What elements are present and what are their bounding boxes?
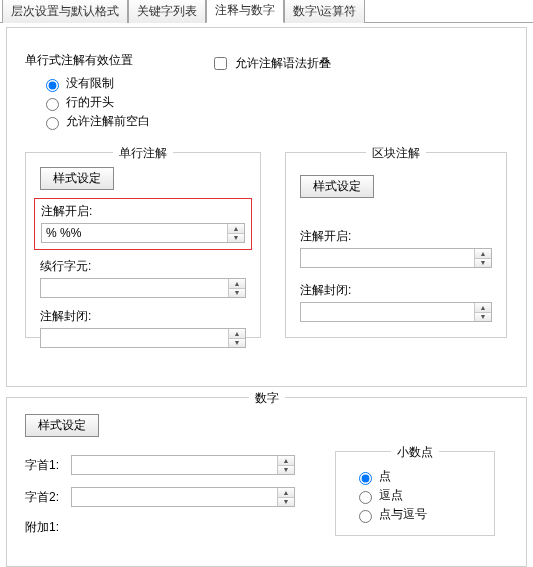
radio-both-label: 点与逗号 [379, 507, 427, 521]
prefix1-label: 字首1: [25, 457, 71, 474]
chevron-down-icon[interactable]: ▼ [475, 259, 491, 268]
block-close-input-wrap: ▲ ▼ [300, 302, 492, 322]
radio-dot[interactable]: 点 [354, 468, 476, 485]
radio-line-start-label: 行的开头 [66, 95, 114, 109]
numbers-style-button[interactable]: 样式设定 [25, 414, 99, 437]
single-close-spin[interactable]: ▲ ▼ [228, 329, 245, 347]
chevron-down-icon[interactable]: ▼ [278, 498, 294, 507]
single-line-position-group: 单行式注解有效位置 没有限制 行的开头 允许注解前空白 [25, 52, 150, 132]
single-close-input[interactable] [41, 329, 228, 347]
chevron-down-icon[interactable]: ▼ [229, 289, 245, 298]
single-comment-group: 单行注解 样式设定 注解开启: ▲ ▼ 续行字元: [25, 152, 261, 338]
chevron-up-icon[interactable]: ▲ [475, 303, 491, 313]
radio-line-start[interactable]: 行的开头 [41, 94, 150, 111]
radio-none-input[interactable] [46, 79, 59, 92]
comments-panel: 单行式注解有效位置 没有限制 行的开头 允许注解前空白 [6, 27, 527, 387]
single-cont-spin[interactable]: ▲ ▼ [228, 279, 245, 297]
chevron-down-icon[interactable]: ▼ [475, 313, 491, 322]
prefix1-input[interactable] [72, 456, 277, 474]
single-open-input-wrap: ▲ ▼ [41, 223, 245, 243]
single-cont-input-wrap: ▲ ▼ [40, 278, 246, 298]
radio-line-start-input[interactable] [46, 98, 59, 111]
radio-allow-ws-label: 允许注解前空白 [66, 114, 150, 128]
prefix2-input-wrap: ▲ ▼ [71, 487, 295, 507]
chevron-up-icon[interactable]: ▲ [228, 224, 244, 234]
single-cont-label: 续行字元: [40, 258, 246, 275]
block-open-input-wrap: ▲ ▼ [300, 248, 492, 268]
chevron-up-icon[interactable]: ▲ [229, 329, 245, 339]
block-open-spin[interactable]: ▲ ▼ [474, 249, 491, 267]
tab-keywords[interactable]: 关键字列表 [128, 0, 206, 23]
allow-fold[interactable]: 允许注解语法折叠 [210, 56, 330, 70]
radio-allow-ws-input[interactable] [46, 117, 59, 130]
block-comment-group: 区块注解 样式设定 注解开启: ▲ ▼ 注解封闭: [285, 152, 507, 338]
settings-window: 层次设置与默认格式 关键字列表 注释与数字 数字\运算符 单行式注解有效位置 没… [0, 0, 533, 567]
numbers-right-col: 小数点 点 逗点 点与逗号 [335, 447, 495, 536]
prefix2-label: 字首2: [25, 489, 71, 506]
single-comment-style-button[interactable]: 样式设定 [40, 167, 114, 190]
radio-dot-input[interactable] [359, 472, 372, 485]
allow-fold-label: 允许注解语法折叠 [235, 56, 331, 70]
prefix1-spin[interactable]: ▲ ▼ [277, 456, 294, 474]
block-close-input[interactable] [301, 303, 474, 321]
allow-fold-row: 允许注解语法折叠 [210, 54, 330, 132]
tab-page: 单行式注解有效位置 没有限制 行的开头 允许注解前空白 [0, 23, 533, 567]
decimal-legend: 小数点 [391, 444, 439, 461]
single-close-input-wrap: ▲ ▼ [40, 328, 246, 348]
prefix2-input[interactable] [72, 488, 277, 506]
chevron-up-icon[interactable]: ▲ [475, 249, 491, 259]
tab-operators[interactable]: 数字\运算符 [284, 0, 365, 23]
radio-comma-label: 逗点 [379, 488, 403, 502]
chevron-up-icon[interactable]: ▲ [278, 488, 294, 498]
chevron-down-icon[interactable]: ▼ [228, 234, 244, 243]
single-close-label: 注解封闭: [40, 308, 246, 325]
prefix2-spin[interactable]: ▲ ▼ [277, 488, 294, 506]
single-open-input[interactable] [42, 224, 227, 242]
chevron-up-icon[interactable]: ▲ [278, 456, 294, 466]
radio-both[interactable]: 点与逗号 [354, 506, 476, 523]
block-open-label: 注解开启: [300, 228, 492, 245]
single-cont-input[interactable] [41, 279, 228, 297]
radio-comma-input[interactable] [359, 491, 372, 504]
chevron-down-icon[interactable]: ▼ [278, 466, 294, 475]
radio-allow-ws[interactable]: 允许注解前空白 [41, 113, 150, 130]
numbers-left-col: 字首1: ▲ ▼ 字首2: [25, 447, 295, 536]
block-comment-legend: 区块注解 [366, 145, 426, 162]
allow-fold-checkbox[interactable] [214, 57, 227, 70]
chevron-down-icon[interactable]: ▼ [229, 339, 245, 348]
single-open-label: 注解开启: [41, 203, 245, 220]
block-open-input[interactable] [301, 249, 474, 267]
chevron-up-icon[interactable]: ▲ [229, 279, 245, 289]
extra1-label: 附加1: [25, 519, 71, 536]
radio-none[interactable]: 没有限制 [41, 75, 150, 92]
numbers-panel: 数字 样式设定 字首1: ▲ ▼ [6, 397, 527, 567]
tab-comments-numbers[interactable]: 注释与数字 [206, 0, 284, 23]
highlight-open-comment: 注解开启: ▲ ▼ [34, 198, 252, 250]
single-comment-legend: 单行注解 [113, 145, 173, 162]
decimal-group: 小数点 点 逗点 点与逗号 [335, 451, 495, 536]
radio-dot-label: 点 [379, 469, 391, 483]
numbers-legend: 数字 [249, 390, 285, 407]
prefix1-input-wrap: ▲ ▼ [71, 455, 295, 475]
block-close-spin[interactable]: ▲ ▼ [474, 303, 491, 321]
radio-comma[interactable]: 逗点 [354, 487, 476, 504]
tab-strip: 层次设置与默认格式 关键字列表 注释与数字 数字\运算符 [0, 0, 533, 23]
single-line-position-title: 单行式注解有效位置 [25, 52, 150, 69]
tab-hierarchy[interactable]: 层次设置与默认格式 [2, 0, 128, 23]
radio-none-label: 没有限制 [66, 76, 114, 90]
block-close-label: 注解封闭: [300, 282, 492, 299]
single-open-spin[interactable]: ▲ ▼ [227, 224, 244, 242]
block-comment-style-button[interactable]: 样式设定 [300, 175, 374, 198]
radio-both-input[interactable] [359, 510, 372, 523]
